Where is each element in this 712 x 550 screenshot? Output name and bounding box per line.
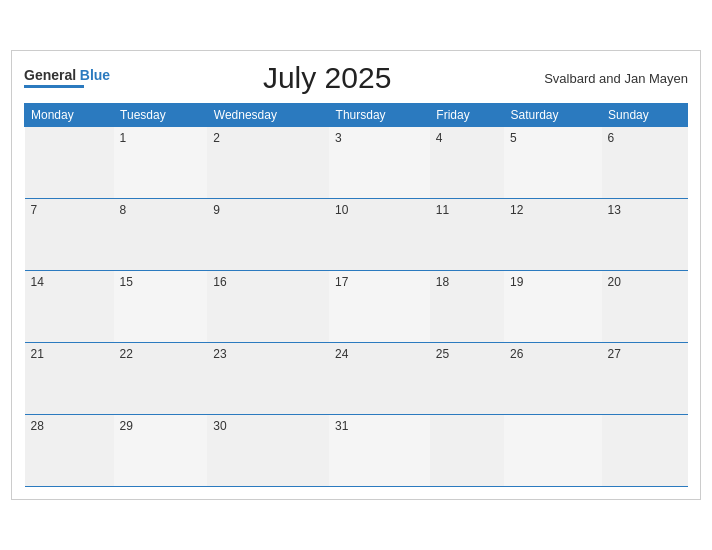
logo-line xyxy=(24,85,84,88)
day-number: 16 xyxy=(213,275,226,289)
day-number: 3 xyxy=(335,131,342,145)
calendar-cell: 21 xyxy=(25,343,114,415)
calendar-week-3: 14151617181920 xyxy=(25,271,688,343)
calendar-cell: 19 xyxy=(504,271,602,343)
day-number: 29 xyxy=(120,419,133,433)
day-number: 28 xyxy=(31,419,44,433)
day-number: 6 xyxy=(608,131,615,145)
calendar-cell: 5 xyxy=(504,127,602,199)
logo-general: General xyxy=(24,67,76,83)
calendar-cell: 17 xyxy=(329,271,430,343)
day-number: 27 xyxy=(608,347,621,361)
day-number: 12 xyxy=(510,203,523,217)
calendar-cell xyxy=(25,127,114,199)
calendar-week-5: 28293031 xyxy=(25,415,688,487)
calendar-cell: 22 xyxy=(114,343,208,415)
logo-blue: Blue xyxy=(80,67,110,83)
calendar-cell: 28 xyxy=(25,415,114,487)
calendar-cell xyxy=(602,415,688,487)
day-number: 15 xyxy=(120,275,133,289)
day-number: 20 xyxy=(608,275,621,289)
day-number: 7 xyxy=(31,203,38,217)
day-number: 22 xyxy=(120,347,133,361)
calendar-cell xyxy=(504,415,602,487)
calendar-cell: 4 xyxy=(430,127,504,199)
header-wednesday: Wednesday xyxy=(207,104,329,127)
calendar-week-1: 123456 xyxy=(25,127,688,199)
day-number: 21 xyxy=(31,347,44,361)
day-number: 1 xyxy=(120,131,127,145)
calendar-cell: 18 xyxy=(430,271,504,343)
day-number: 13 xyxy=(608,203,621,217)
header-sunday: Sunday xyxy=(602,104,688,127)
calendar-cell: 16 xyxy=(207,271,329,343)
day-number: 24 xyxy=(335,347,348,361)
day-number: 11 xyxy=(436,203,449,217)
calendar-cell: 31 xyxy=(329,415,430,487)
calendar-cell: 27 xyxy=(602,343,688,415)
calendar-cell: 3 xyxy=(329,127,430,199)
calendar-cell: 10 xyxy=(329,199,430,271)
calendar-cell: 6 xyxy=(602,127,688,199)
header-thursday: Thursday xyxy=(329,104,430,127)
calendar-cell: 24 xyxy=(329,343,430,415)
calendar-cell: 7 xyxy=(25,199,114,271)
header-friday: Friday xyxy=(430,104,504,127)
calendar-header: General Blue July 2025 Svalbard and Jan … xyxy=(24,61,688,95)
calendar-cell: 9 xyxy=(207,199,329,271)
calendar-cell: 23 xyxy=(207,343,329,415)
day-number: 10 xyxy=(335,203,348,217)
calendar-cell: 13 xyxy=(602,199,688,271)
calendar-cell: 26 xyxy=(504,343,602,415)
calendar-cell: 2 xyxy=(207,127,329,199)
calendar-cell: 30 xyxy=(207,415,329,487)
calendar-week-2: 78910111213 xyxy=(25,199,688,271)
weekday-header-row: Monday Tuesday Wednesday Thursday Friday… xyxy=(25,104,688,127)
header-monday: Monday xyxy=(25,104,114,127)
month-title: July 2025 xyxy=(110,61,544,95)
calendar-cell: 8 xyxy=(114,199,208,271)
day-number: 14 xyxy=(31,275,44,289)
day-number: 19 xyxy=(510,275,523,289)
day-number: 18 xyxy=(436,275,449,289)
calendar-cell: 11 xyxy=(430,199,504,271)
day-number: 23 xyxy=(213,347,226,361)
day-number: 8 xyxy=(120,203,127,217)
region-label: Svalbard and Jan Mayen xyxy=(544,71,688,86)
day-number: 31 xyxy=(335,419,348,433)
logo: General Blue xyxy=(24,68,110,87)
calendar-cell: 12 xyxy=(504,199,602,271)
day-number: 30 xyxy=(213,419,226,433)
day-number: 4 xyxy=(436,131,443,145)
calendar-table: Monday Tuesday Wednesday Thursday Friday… xyxy=(24,103,688,487)
day-number: 2 xyxy=(213,131,220,145)
day-number: 25 xyxy=(436,347,449,361)
calendar-cell: 25 xyxy=(430,343,504,415)
calendar-cell: 15 xyxy=(114,271,208,343)
day-number: 26 xyxy=(510,347,523,361)
day-number: 17 xyxy=(335,275,348,289)
calendar-week-4: 21222324252627 xyxy=(25,343,688,415)
header-saturday: Saturday xyxy=(504,104,602,127)
calendar-cell: 29 xyxy=(114,415,208,487)
day-number: 9 xyxy=(213,203,220,217)
calendar-container: General Blue July 2025 Svalbard and Jan … xyxy=(11,50,701,500)
calendar-cell: 14 xyxy=(25,271,114,343)
day-number: 5 xyxy=(510,131,517,145)
header-tuesday: Tuesday xyxy=(114,104,208,127)
calendar-cell xyxy=(430,415,504,487)
calendar-cell: 1 xyxy=(114,127,208,199)
logo-text: General Blue xyxy=(24,68,110,83)
calendar-cell: 20 xyxy=(602,271,688,343)
